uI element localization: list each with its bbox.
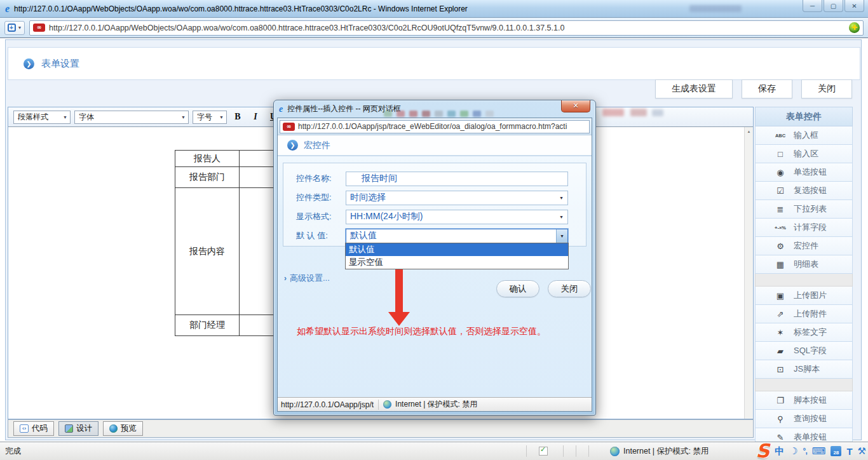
sidebar-item-label: SQL字段 (794, 345, 827, 356)
site-favicon-icon: ∞ (283, 123, 295, 131)
ime-tray: S 中 ☽ °, ⌨ 28 T ⚒ (756, 443, 866, 459)
minimize-button[interactable]: ─ (803, 0, 822, 12)
close-window-button[interactable]: ✕ (844, 0, 864, 12)
sidebar-item-detail-table[interactable]: ▦ 明细表 (755, 255, 853, 274)
dialog-status-zone: Internet | 保护模式: 禁用 (395, 399, 477, 410)
table-cell-label[interactable]: 报告部门 (175, 167, 240, 188)
chevron-down-icon: ▼ (181, 115, 186, 119)
ime-language-toggle[interactable]: 中 (775, 445, 784, 457)
paragraph-style-select[interactable]: 段落样式 ▼ (13, 111, 71, 124)
dialog-url-field[interactable]: ∞ http://127.0.0.1/OAapp/jsp/trace_eWebE… (280, 120, 590, 133)
dialog-body: ❯ 宏控件 控件名称: 报告时间 控件类型: 时间选择 ▼ 显示格式: (278, 135, 592, 397)
bold-button[interactable]: B (231, 111, 245, 124)
sidebar-item-macro-control[interactable]: ⚙ 宏控件 (755, 237, 853, 255)
sidebar-item-label: 查询按钮 (794, 413, 827, 424)
generate-table-settings-button[interactable]: 生成表设置 (655, 79, 733, 98)
confirm-button[interactable]: 确认 (496, 280, 539, 297)
default-value-dropdown-list: 默认值 显示空值 (345, 243, 569, 269)
accelerator-icon[interactable]: ✚ (849, 22, 860, 33)
sidebar-item-checkbox[interactable]: ☑ 复选按钮 (755, 182, 853, 200)
script-icon: ⊡ (773, 365, 787, 374)
punctuation-toggle[interactable]: °, (803, 447, 807, 456)
dialog-close-button[interactable]: ✕ (561, 100, 590, 112)
sidebar-item-label-text[interactable]: ✶ 标签文字 (755, 323, 853, 342)
annotation-arrow-head (388, 312, 410, 326)
status-divider (576, 445, 576, 457)
advanced-settings-label: 高级设置... (290, 273, 330, 284)
chevron-down-icon[interactable]: ▼ (556, 229, 567, 243)
annotation-text: 如希望默认显示出系统时间则选择默认值，否则选择显示空值。 (297, 326, 546, 337)
sidebar-item-dropdown-list[interactable]: ≣ 下拉列表 (755, 200, 853, 219)
advanced-settings-link[interactable]: › 高级设置... (284, 273, 330, 284)
sidebar-item-label: 明细表 (794, 259, 818, 270)
sidebar-item-upload-attachment[interactable]: ⇗ 上传附件 (755, 305, 853, 323)
sidebar-item-sql-field[interactable]: ▰ SQL字段 (755, 342, 853, 360)
sidebar-item-script-button[interactable]: ❐ 脚本按钮 (755, 391, 853, 410)
font-size-select[interactable]: 字号 ▼ (193, 111, 227, 124)
paragraph-style-label: 段落样式 (18, 112, 48, 123)
tab-code[interactable]: ‹› 代码 (13, 421, 54, 436)
section-title: 宏控件 (304, 140, 330, 151)
abc-icon: ABC (773, 133, 787, 139)
control-type-select[interactable]: 时间选择 ▼ (346, 191, 568, 205)
sidebar-title: 表单控件 (755, 107, 853, 126)
dropdown-option-default[interactable]: 默认值 (346, 243, 568, 256)
code-icon: ‹› (20, 424, 29, 433)
folder-icon: ▰ (773, 346, 787, 356)
sidebar-item-radio-button[interactable]: ◉ 单选按钮 (755, 163, 853, 182)
page-header: ❯ 表单设置 (8, 47, 860, 80)
dialog-statusbar: http://127.0.0.1/OAapp/jsp/t Internet | … (278, 397, 592, 411)
tab-preview[interactable]: 预览 (103, 421, 143, 436)
globe-icon (109, 424, 118, 433)
list-icon: ≣ (773, 205, 787, 214)
keyboard-icon[interactable]: ⌨ (812, 445, 826, 457)
add-tab-button[interactable]: + ▼ (4, 21, 25, 35)
default-value-label: 默 认 值: (296, 230, 346, 241)
gear-icon: ⚙ (773, 241, 787, 251)
dialog-close-button-secondary[interactable]: 关闭 (548, 280, 591, 297)
display-format-select[interactable]: HH:MM(24小时制) ▼ (346, 210, 568, 224)
italic-button[interactable]: I (248, 111, 262, 124)
font-family-select[interactable]: 字体 ▼ (74, 111, 189, 124)
tab-design[interactable]: 设计 (58, 421, 98, 436)
design-icon (65, 424, 73, 433)
editor-scrollbar[interactable]: ▲ (744, 127, 753, 419)
control-name-input[interactable]: 报告时间 (346, 172, 568, 186)
form-controls-sidebar: 表单控件 ABC 输入框 □ 输入区 ◉ 单选按钮 ☑ 复选按钮 ≣ 下拉列表 … (755, 107, 853, 442)
sidebar-separator (755, 379, 853, 391)
browser-statusbar: 完成 ✓ Internet | 保护模式: 禁用 (0, 442, 868, 460)
plus-icon: + (8, 24, 16, 32)
url-field[interactable]: ∞ http://127.0.0.1/OAapp/WebObjects/OAap… (29, 20, 864, 36)
default-value-select[interactable]: 默认值 ▼ (346, 229, 568, 243)
sidebar-item-label: 脚本按钮 (794, 395, 827, 406)
skin-icon[interactable]: T (846, 446, 852, 457)
sidebar-item-label: 计算字段 (794, 222, 827, 233)
table-cell-label[interactable]: 报告人 (175, 151, 240, 167)
sidebar-item-js-script[interactable]: ⊡ JS脚本 (755, 360, 853, 379)
moon-icon[interactable]: ☽ (789, 445, 797, 457)
control-type-label: 控件类型: (296, 192, 346, 203)
dialog-url-text: http://127.0.0.1/OAapp/jsp/trace_eWebEdi… (298, 122, 587, 131)
sidebar-item-label: 单选按钮 (794, 166, 827, 178)
sidebar-item-calc-field[interactable]: +-×% 计算字段 (755, 219, 853, 237)
sidebar-item-query-button[interactable]: ⚲ 查询按钮 (755, 410, 853, 428)
grid-icon: ▦ (773, 260, 787, 269)
table-cell-label[interactable]: 报告内容 (175, 188, 240, 315)
sidebar-item-input-box[interactable]: ABC 输入框 (755, 126, 853, 145)
radio-icon: ◉ (773, 168, 787, 177)
user-badge-icon[interactable]: 28 (831, 446, 841, 456)
close-page-button[interactable]: 关闭 (801, 79, 852, 98)
maximize-button[interactable]: ▢ (824, 0, 843, 12)
control-properties-dialog: e 控件属性--插入控件 -- 网页对话框 ✕ ∞ http://127.0.0… (273, 100, 596, 416)
table-cell-label[interactable]: 部门经理 (175, 315, 240, 336)
wrench-icon[interactable]: ⚒ (858, 445, 866, 457)
arrow-circle-icon: ❯ (287, 140, 298, 151)
dropdown-option-empty[interactable]: 显示空值 (346, 256, 568, 269)
sidebar-item-form-button[interactable]: ✎ 表单按钮 (755, 428, 853, 442)
sidebar-item-upload-image[interactable]: ▣ 上传图片 (755, 287, 853, 305)
script-status-icon: ✓ (539, 447, 548, 456)
sogou-logo-icon[interactable]: S (756, 443, 770, 459)
scroll-up-icon[interactable]: ▲ (745, 127, 753, 136)
save-button[interactable]: 保存 (742, 79, 792, 98)
sidebar-item-input-area[interactable]: □ 输入区 (755, 145, 853, 163)
